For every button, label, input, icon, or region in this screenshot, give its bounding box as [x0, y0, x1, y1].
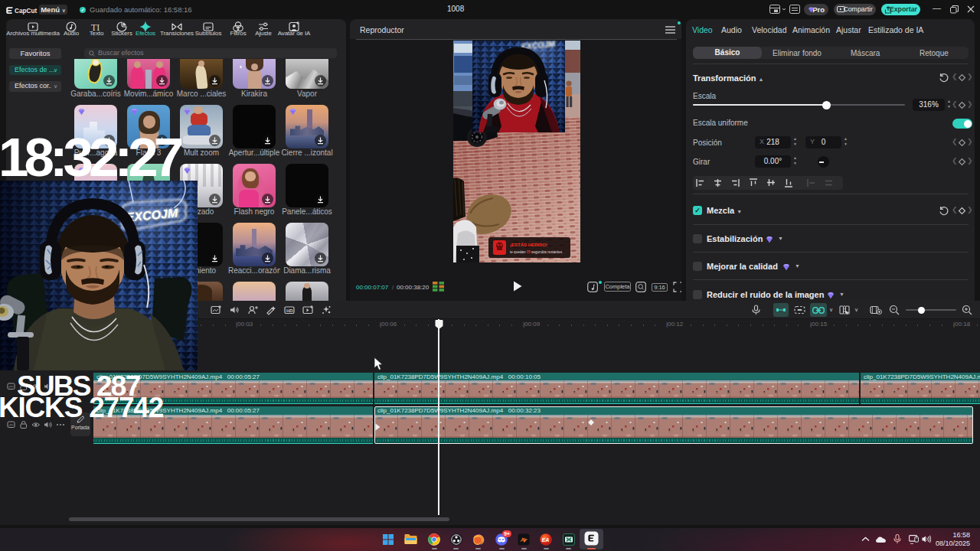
svg-text:EA: EA	[542, 537, 550, 543]
svg-text:¡ESTÁS HERIDO!: ¡ESTÁS HERIDO!	[510, 243, 547, 247]
svg-text:te quedan 05 segundos restante: te quedan 05 segundos restantes	[510, 250, 563, 254]
svg-text:HD: HD	[286, 308, 293, 313]
svg-text:CapCut: CapCut	[15, 8, 37, 15]
